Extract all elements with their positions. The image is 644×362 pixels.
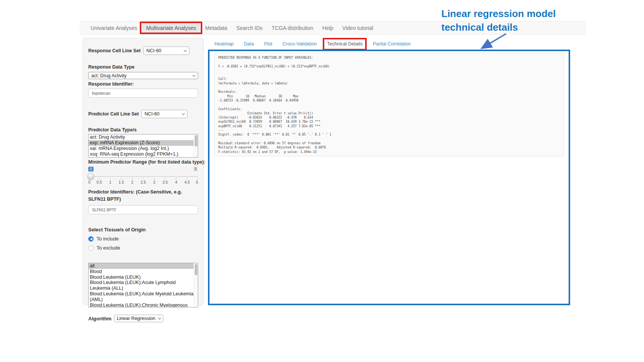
annotation-arrow	[476, 32, 511, 51]
slider-tick-label: 3.5	[163, 180, 168, 184]
app-window: Univariate Analyses Multivariate Analyse…	[0, 0, 644, 362]
listbox-scrollbar[interactable]	[194, 263, 198, 307]
slider-tick-label: 5	[196, 180, 198, 184]
tissue-option-blood[interactable]: Blood	[89, 269, 198, 275]
tissue-origin-label: Select Tissue/s of Origin	[88, 227, 198, 232]
list-option-xsq[interactable]: xsq: RNA-seq Expression (log2 FPKM+1.)	[89, 151, 198, 157]
response-cell-line-set-select[interactable]: NCI-60	[143, 47, 189, 55]
tissue-option-all[interactable]: all	[89, 263, 198, 269]
radio-selected-icon	[88, 236, 94, 242]
tissue-listbox: all Blood Blood:Leukemia (LEUK) Blood:Le…	[88, 263, 198, 307]
list-option-xai[interactable]: xai: mRNA Expression (Avg. log2 Int.)	[89, 146, 198, 151]
min-predictor-range-label: Minimum Predictor Range (for first liste…	[88, 159, 198, 165]
min-predictor-range-slider: 0 5 0 0.5 1 1.5 2 2.5 3 3.5 4 4.5 5	[88, 167, 198, 185]
listbox-scrollbar[interactable]	[194, 134, 198, 157]
slider-tick-label: 1.5	[119, 180, 124, 184]
response-data-type-value: act: Drug Activity	[91, 73, 127, 78]
annotation-callout: Linear regression model technical detail…	[441, 7, 556, 34]
slider-tick-label: 1	[109, 180, 111, 184]
algorithm-select[interactable]: Linear Regression	[114, 315, 163, 322]
tissue-option-all-leukemia[interactable]: Blood:Leukemia (LEUK):Acute Lymphoid Leu…	[89, 280, 198, 291]
sidebar-controls: Response Cell Line Set NCI-60 Response D…	[83, 38, 204, 305]
chevron-down-icon	[184, 48, 187, 51]
annotation-line1: Linear regression model	[441, 7, 556, 20]
predictor-cell-line-set-label: Predictor Cell Line Set	[88, 111, 139, 117]
response-data-type-label: Response Data Type	[88, 64, 198, 70]
tissue-option-aml[interactable]: Blood:Leukemia (LEUK):Acute Myeloid Leuk…	[89, 291, 198, 303]
predictor-identifiers-input[interactable]	[88, 205, 198, 214]
slider-tick-label: 0.5	[97, 180, 102, 184]
nav-item-univariate-analyses[interactable]: Univariate Analyses	[86, 21, 142, 34]
slider-tick-label: 2	[131, 180, 133, 184]
radio-unselected-icon	[88, 245, 94, 251]
radio-to-exclude-label: To exclude	[97, 245, 120, 251]
predictor-cell-line-set-value: NCI-60	[144, 111, 159, 117]
slider-track[interactable]	[88, 176, 198, 177]
technical-details-panel: PREDICTED RESPONSE AS A FUNCTION OF INPU…	[208, 50, 570, 305]
slider-tick-label: 0	[88, 180, 91, 184]
algorithm-value: Linear Regression	[117, 316, 155, 321]
tab-heatmap[interactable]: Heatmap	[214, 41, 234, 47]
chevron-down-icon	[182, 112, 185, 115]
chevron-down-icon	[192, 73, 195, 76]
result-tabs: Heatmap Data Plot Cross-Validation Techn…	[214, 41, 411, 47]
nav-item-search-ids[interactable]: Search IDs	[232, 21, 267, 34]
tissue-option-leuk[interactable]: Blood:Leukemia (LEUK)	[89, 275, 198, 280]
algorithm-label: Algorithm	[88, 316, 111, 321]
regression-output-text: PREDICTED RESPONSE AS A FUNCTION OF INPU…	[218, 56, 560, 154]
tab-technical-details[interactable]: Technical Details	[327, 41, 363, 47]
radio-to-exclude[interactable]: To exclude	[88, 245, 198, 251]
tissue-option-cml[interactable]: Blood:Leukemia (LEUK):Chronic Myelogenou…	[89, 303, 198, 307]
nav-item-metadata[interactable]: Metadata	[200, 21, 231, 34]
predictor-data-types-listbox: act: Drug Activity exp: mRNA Expression …	[88, 134, 198, 158]
chevron-down-icon	[158, 316, 161, 319]
predictor-data-types-label: Predictor Data Type/s	[88, 127, 198, 133]
tab-data[interactable]: Data	[244, 41, 254, 47]
tab-cross-validation[interactable]: Cross-Validation	[283, 41, 317, 47]
radio-to-include-label: To include	[97, 236, 119, 242]
slider-tick-label: 4	[175, 180, 177, 184]
slider-max-badge: 5	[193, 167, 198, 172]
nav-item-video-tutorial[interactable]: Video tutorial	[338, 21, 378, 34]
nav-item-multivariate-analyses[interactable]: Multivariate Analyses	[142, 21, 201, 34]
nav-item-tcga-distribution[interactable]: TCGA distribution	[267, 21, 318, 34]
scrollbar-thumb[interactable]	[195, 135, 197, 147]
response-identifier-input[interactable]	[88, 89, 198, 98]
slider-tick-label: 2.5	[141, 180, 146, 184]
predictor-cell-line-set-select[interactable]: NCI-60	[141, 110, 188, 118]
response-identifier-label: Response Identifier:	[88, 81, 198, 87]
slider-tick-label: 3	[153, 180, 155, 184]
slider-tick-label: 4.5	[184, 180, 190, 184]
list-option-exp[interactable]: exp: mRNA Expression (Z-Score)	[89, 140, 198, 146]
list-option-act[interactable]: act: Drug Activity	[89, 134, 198, 140]
tab-partial-correlation[interactable]: Partial Correlation	[373, 41, 411, 47]
tab-plot[interactable]: Plot	[264, 41, 272, 47]
radio-to-include[interactable]: To include	[88, 236, 198, 242]
response-data-type-select[interactable]: act: Drug Activity	[88, 72, 198, 79]
predictor-identifiers-label: Predictor Identifiers: (Case-Sensitive, …	[88, 189, 198, 203]
response-cell-line-set-label: Response Cell Line Set	[88, 48, 141, 53]
nav-item-help[interactable]: Help	[318, 21, 338, 34]
scrollbar-thumb[interactable]	[195, 264, 197, 275]
regression-output-box: PREDICTED RESPONSE AS A FUNCTION OF INPU…	[214, 53, 564, 156]
slider-value-badge: 0	[88, 167, 94, 172]
response-cell-line-set-value: NCI-60	[146, 48, 161, 53]
